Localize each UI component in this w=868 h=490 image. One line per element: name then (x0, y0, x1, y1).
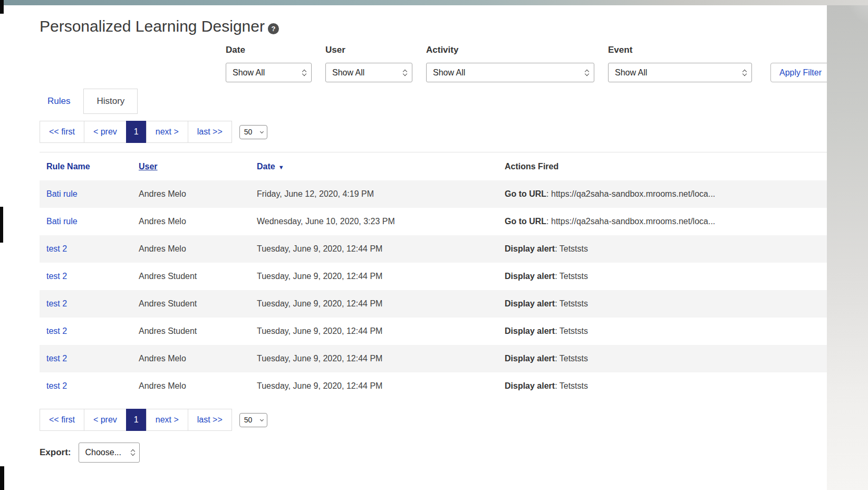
row-rule-cell: test 2 (40, 272, 139, 281)
row-user-cell: Andres Melo (139, 189, 257, 199)
filter-bar: Date Show All User Show All Activity Sho… (226, 45, 827, 82)
pagination-top: << first < prev 1 next > last >> 50 (40, 121, 827, 143)
action-type-label: Go to URL (505, 189, 546, 198)
user-filter: User Show All (325, 45, 412, 82)
table-row: test 2 Andres Student Tuesday, June 9, 2… (40, 318, 827, 345)
table-row: Bati rule Andres Melo Friday, June 12, 2… (40, 180, 827, 208)
pagination-prev-link[interactable]: < prev (84, 409, 127, 431)
row-actions-cell: Display alert: Tetststs (505, 326, 827, 336)
rule-name-link[interactable]: test 2 (46, 326, 67, 335)
rule-name-link[interactable]: test 2 (46, 381, 67, 390)
title-row: Personalized Learning Designer ? (40, 17, 827, 35)
row-rule-cell: Bati rule (40, 217, 139, 226)
header-banner-image (0, 0, 868, 5)
action-detail-text: : Tetststs (555, 244, 588, 253)
table-row: test 2 Andres Melo Tuesday, June 9, 2020… (40, 345, 827, 372)
table-row: Bati rule Andres Melo Wednesday, June 10… (40, 208, 827, 235)
history-table: Rule Name User Date ▼ Actions Fired Bati… (40, 152, 827, 400)
rule-name-link[interactable]: test 2 (46, 272, 67, 281)
select-arrows-icon (743, 70, 746, 75)
sort-by-rule-name-link[interactable]: Rule Name (46, 162, 90, 171)
sort-descending-icon: ▼ (278, 164, 284, 170)
user-filter-label: User (325, 45, 412, 55)
table-row: test 2 Andres Student Tuesday, June 9, 2… (40, 263, 827, 290)
row-actions-cell: Display alert: Tetststs (505, 272, 827, 281)
chevron-down-icon (260, 418, 264, 421)
rule-name-link[interactable]: test 2 (46, 244, 67, 253)
tab-history[interactable]: History (83, 89, 138, 114)
activity-filter-select[interactable]: Show All (426, 63, 594, 82)
pagination-prev-link[interactable]: < prev (84, 121, 127, 143)
row-actions-cell: Display alert: Tetststs (505, 354, 827, 363)
action-detail-text: : Tetststs (555, 326, 588, 335)
rule-name-link[interactable]: test 2 (46, 354, 67, 363)
row-rule-cell: test 2 (40, 381, 139, 391)
page: Personalized Learning Designer ? Date Sh… (0, 0, 868, 490)
select-arrows-icon (303, 70, 306, 75)
pagination-last-link[interactable]: last >> (188, 409, 232, 431)
table-row: test 2 Andres Melo Tuesday, June 9, 2020… (40, 235, 827, 263)
row-date-cell: Tuesday, June 9, 2020, 12:44 PM (257, 272, 505, 281)
row-rule-cell: test 2 (40, 354, 139, 363)
date-filter-select[interactable]: Show All (226, 63, 312, 82)
pagination-pages: << first < prev 1 next > last >> (40, 121, 232, 143)
date-filter-value: Show All (233, 68, 265, 78)
row-actions-cell: Go to URL: https://qa2saha-sandbox.mroom… (505, 189, 827, 199)
pagination-next-link[interactable]: next > (146, 409, 188, 431)
event-filter-select[interactable]: Show All (608, 63, 752, 82)
help-icon[interactable]: ? (268, 23, 279, 34)
event-filter: Event Show All (608, 45, 752, 82)
tabs: Rules History (40, 89, 827, 114)
user-filter-select[interactable]: Show All (325, 63, 412, 82)
export-label: Export: (40, 447, 71, 458)
pagination-first-link[interactable]: << first (40, 409, 84, 431)
row-user-cell: Andres Student (139, 326, 257, 336)
row-rule-cell: test 2 (40, 299, 139, 309)
action-type-label: Display alert (505, 381, 555, 390)
actions-fired-header: Actions Fired (505, 162, 827, 171)
chevron-down-icon (260, 130, 264, 133)
pagination-next-link[interactable]: next > (146, 121, 188, 143)
row-date-cell: Tuesday, June 9, 2020, 12:44 PM (257, 354, 505, 363)
pagination-last-link[interactable]: last >> (188, 121, 232, 143)
background-fragment (0, 0, 4, 14)
action-type-label: Go to URL (505, 217, 546, 226)
sort-by-user-link[interactable]: User (139, 162, 158, 171)
select-arrows-icon (403, 70, 407, 75)
date-filter: Date Show All (226, 45, 312, 82)
row-user-cell: Andres Melo (139, 244, 257, 254)
action-detail-text: : Tetststs (555, 299, 588, 308)
row-user-cell: Andres Student (139, 299, 257, 309)
export-select-value: Choose... (85, 448, 121, 457)
pagination-first-link[interactable]: << first (40, 121, 84, 143)
pagination-current-page: 1 (126, 121, 147, 143)
row-date-cell: Tuesday, June 9, 2020, 12:44 PM (257, 299, 505, 309)
rule-name-link[interactable]: Bati rule (46, 189, 78, 198)
rule-name-link[interactable]: test 2 (46, 299, 67, 308)
action-type-label: Display alert (505, 326, 555, 335)
row-rule-cell: Bati rule (40, 189, 139, 199)
background-fragment (0, 207, 3, 243)
row-user-cell: Andres Melo (139, 381, 257, 391)
action-detail-text: : Tetststs (555, 272, 588, 281)
tab-rules[interactable]: Rules (40, 89, 83, 113)
rule-name-header-cell: Rule Name (40, 162, 139, 171)
rule-name-link[interactable]: Bati rule (46, 217, 78, 226)
select-arrows-icon (585, 70, 589, 75)
apply-filter-button[interactable]: Apply Filter (770, 63, 831, 82)
action-type-label: Display alert (505, 299, 555, 308)
event-filter-label: Event (608, 45, 752, 55)
table-row: test 2 Andres Student Tuesday, June 9, 2… (40, 290, 827, 318)
select-arrows-icon (131, 450, 134, 455)
sort-by-date-link[interactable]: Date (257, 162, 275, 171)
row-user-cell: Andres Melo (139, 354, 257, 363)
action-detail-text: : Tetststs (555, 381, 588, 390)
activity-filter-label: Activity (426, 45, 594, 55)
row-date-cell: Tuesday, June 9, 2020, 12:44 PM (257, 326, 505, 336)
export-format-select[interactable]: Choose... (79, 443, 140, 463)
page-size-select[interactable]: 50 (239, 125, 267, 139)
activity-filter: Activity Show All (426, 45, 594, 82)
user-header-cell: User (139, 162, 257, 171)
date-header-cell: Date ▼ (257, 162, 505, 171)
page-size-select[interactable]: 50 (239, 413, 267, 427)
